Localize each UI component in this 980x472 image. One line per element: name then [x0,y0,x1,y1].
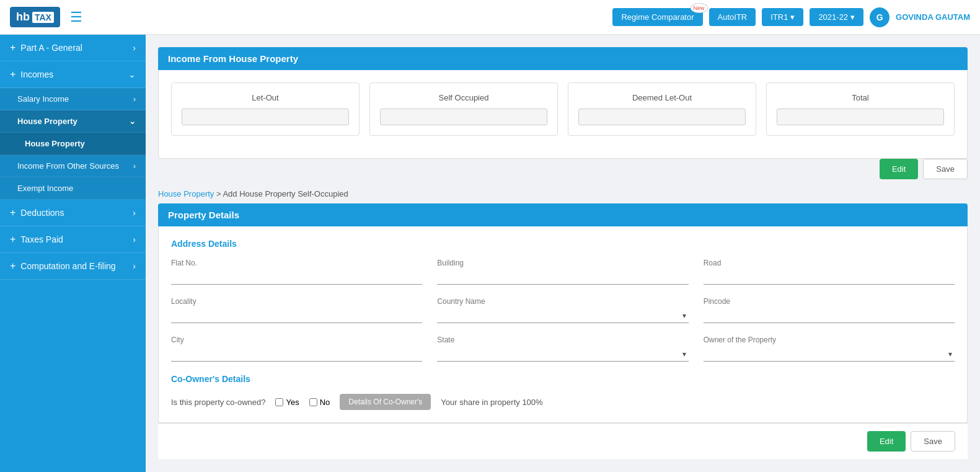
no-label: No [320,398,330,407]
breadcrumb-current: Add House Property Self-Occupied [223,189,348,198]
sidebar-item-label: Income From Other Sources [17,161,119,171]
sidebar-item-deductions[interactable]: + Deductions › [0,200,146,226]
address-details-title: Address Details [171,239,955,249]
sidebar-item-label: House Property [25,139,85,148]
chevron-down-icon: ▾ [850,12,855,22]
yes-checkbox-group: Yes [275,398,299,407]
country-name-select-wrapper: India USA UK Other ▾ [437,308,688,323]
edit-button-bottom[interactable]: Edit [867,431,906,452]
country-name-select[interactable]: India USA UK Other [437,308,688,323]
sidebar-item-computation[interactable]: + Computation and E-filing › [0,253,146,280]
navbar-left: hb TAX ☰ [10,7,82,27]
logo-tax: TAX [32,12,54,23]
country-name-label: Country Name [437,297,688,306]
owner-label: Owner of the Property [704,336,955,344]
building-group: Building [437,259,688,285]
chevron-right-icon: › [133,94,136,104]
plus-icon: + [10,260,15,272]
card-deemed-let-out-input[interactable]: 0 [578,109,746,125]
autoitr-button[interactable]: AutoITR [709,8,756,26]
sidebar-item-house-property-parent[interactable]: House Property ⌄ [0,110,146,133]
edit-button-top[interactable]: Edit [880,159,918,179]
card-deemed-let-out: Deemed Let-Out 0 [568,82,756,136]
sidebar-item-salary-income[interactable]: Salary Income › [0,88,146,110]
flat-no-label: Flat No. [171,259,422,267]
road-input[interactable] [704,270,955,285]
sidebar-item-label: Part A - General [20,43,133,53]
yes-checkbox[interactable] [275,398,283,406]
locality-input[interactable] [171,308,422,323]
card-self-occupied-label: Self Occupied [380,93,547,102]
property-section: Property Details Address Details Flat No… [158,203,968,423]
owner-select[interactable]: Self Co-Owner Other [704,347,955,362]
content-area: Income From House Property Let-Out 0 Sel… [146,35,980,472]
save-button-bottom[interactable]: Save [911,431,955,452]
regime-comparator-button[interactable]: New Regime Comparator [612,8,702,26]
user-avatar: G [870,7,890,27]
yes-label: Yes [286,398,299,407]
city-label: City [171,336,422,344]
sidebar-item-exempt-income[interactable]: Exempt Income [0,177,146,200]
road-label: Road [704,259,955,267]
new-badge: New [691,3,708,13]
card-let-out-input[interactable]: 0 [182,109,349,125]
bottom-actions-row: Edit Save [158,423,968,459]
year-dropdown[interactable]: 2021-22 ▾ [810,8,863,26]
address-row-1: Flat No. Building Road [171,259,955,285]
flat-no-group: Flat No. [171,259,422,285]
sidebar-item-part-a[interactable]: + Part A - General › [0,35,146,61]
income-section-header: Income From House Property [158,47,968,70]
co-owner-row: Is this property co-owned? Yes No Detail… [171,394,955,410]
building-input[interactable] [437,270,688,285]
sidebar: + Part A - General › + Incomes ⌄ Salary … [0,35,146,472]
pincode-input[interactable] [704,308,955,323]
state-select[interactable]: Maharashtra Delhi Karnataka Tamil Nadu O… [437,347,688,362]
sidebar-item-house-property-sub[interactable]: House Property [0,133,146,155]
country-name-group: Country Name India USA UK Other ▾ [437,297,688,323]
card-total-label: Total [777,93,944,102]
pincode-label: Pincode [704,297,955,306]
sidebar-item-label: Taxes Paid [20,234,133,244]
card-self-occupied: Self Occupied 0 [369,82,558,136]
logo-hb: hb [16,11,30,24]
income-section-body: Let-Out 0 Self Occupied 0 Deemed Let-Out… [158,70,968,159]
card-total-input[interactable]: 0 [777,109,944,125]
sidebar-item-incomes[interactable]: + Incomes ⌄ [0,61,146,88]
navbar: hb TAX ☰ New Regime Comparator AutoITR I… [0,0,980,35]
card-self-occupied-input[interactable]: 0 [380,109,547,125]
co-owner-title: Co-Owner's Details [171,374,955,384]
city-input[interactable] [171,347,422,362]
breadcrumb-separator: > [216,189,223,198]
road-group: Road [704,259,955,285]
save-button-top[interactable]: Save [923,159,968,179]
top-actions-row: Edit Save [158,159,968,179]
navbar-right: New Regime Comparator AutoITR ITR1 ▾ 202… [612,7,970,27]
property-section-header: Property Details [158,203,968,226]
property-section-body: Address Details Flat No. Building Road [158,226,968,423]
breadcrumb-link[interactable]: House Property [158,189,214,198]
logo: hb TAX [10,7,60,27]
plus-icon: + [10,234,15,245]
no-checkbox[interactable] [309,398,317,406]
itr-dropdown[interactable]: ITR1 ▾ [762,8,803,26]
chevron-down-icon: ▾ [790,12,795,22]
locality-group: Locality [171,297,422,323]
co-owner-section: Co-Owner's Details Is this property co-o… [171,374,955,410]
co-owner-question: Is this property co-owned? [171,398,265,407]
city-group: City [171,336,422,362]
address-row-3: City State Maharashtra Delhi Karnataka T… [171,336,955,362]
chevron-right-icon: › [133,208,136,218]
sidebar-item-income-other-sources[interactable]: Income From Other Sources › [0,155,146,177]
sidebar-item-taxes-paid[interactable]: + Taxes Paid › [0,226,146,253]
share-text: Your share in property 100% [441,398,542,407]
chevron-right-icon: › [133,161,136,171]
state-group: State Maharashtra Delhi Karnataka Tamil … [437,336,688,362]
breadcrumb: House Property > Add House Property Self… [158,189,968,198]
hamburger-icon[interactable]: ☰ [70,9,82,25]
co-owner-details-button[interactable]: Details Of Co-Owner's [340,394,431,410]
plus-icon: + [10,69,15,80]
income-section: Income From House Property Let-Out 0 Sel… [158,47,968,159]
flat-no-input[interactable] [171,270,422,285]
plus-icon: + [10,207,15,218]
sidebar-item-label: Computation and E-filing [20,261,133,271]
